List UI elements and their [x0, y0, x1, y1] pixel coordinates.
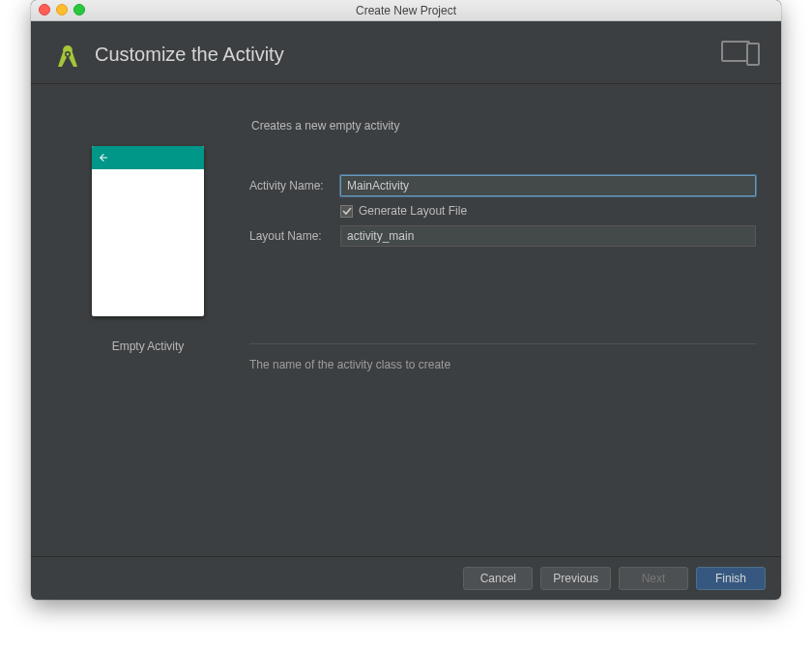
generate-layout-label: Generate Layout File — [359, 204, 467, 218]
form-factor-icon — [721, 41, 760, 68]
layout-name-label: Layout Name: — [249, 229, 340, 243]
page-title: Customize the Activity — [95, 44, 284, 66]
template-description: Creates a new empty activity — [249, 102, 756, 171]
window-title: Create New Project — [356, 4, 456, 17]
zoom-icon[interactable] — [73, 4, 85, 15]
layout-name-input[interactable] — [340, 225, 756, 247]
dialog-header: Customize the Activity — [31, 21, 781, 84]
generate-layout-checkbox[interactable] — [340, 205, 353, 218]
activity-preview — [92, 146, 204, 316]
window-controls — [39, 4, 85, 15]
titlebar: Create New Project — [31, 0, 781, 21]
cancel-button[interactable]: Cancel — [463, 567, 533, 590]
preview-appbar — [92, 146, 204, 169]
activity-name-input[interactable] — [340, 175, 756, 196]
activity-name-label: Activity Name: — [249, 179, 340, 192]
dialog-footer: Cancel Previous Next Finish — [31, 556, 781, 600]
dialog-content: Empty Activity Creates a new empty activ… — [31, 84, 781, 556]
minimize-icon[interactable] — [56, 4, 68, 15]
field-hint: The name of the activity class to create — [249, 344, 756, 371]
activity-name-row: Activity Name: — [249, 175, 756, 196]
android-studio-logo-icon — [52, 39, 83, 70]
close-icon[interactable] — [39, 4, 50, 15]
layout-name-row: Layout Name: — [249, 225, 756, 247]
form-pane: Creates a new empty activity Activity Na… — [240, 102, 756, 556]
next-button: Next — [619, 567, 688, 590]
svg-point-2 — [67, 53, 70, 56]
generate-layout-row: Generate Layout File — [249, 204, 756, 218]
template-name: Empty Activity — [112, 340, 185, 353]
template-preview-pane: Empty Activity — [56, 102, 240, 556]
finish-button[interactable]: Finish — [696, 567, 766, 590]
dialog-window: Create New Project Customize the Activit… — [31, 0, 781, 600]
back-arrow-icon — [98, 152, 109, 163]
check-icon — [342, 206, 352, 216]
previous-button[interactable]: Previous — [540, 567, 611, 590]
